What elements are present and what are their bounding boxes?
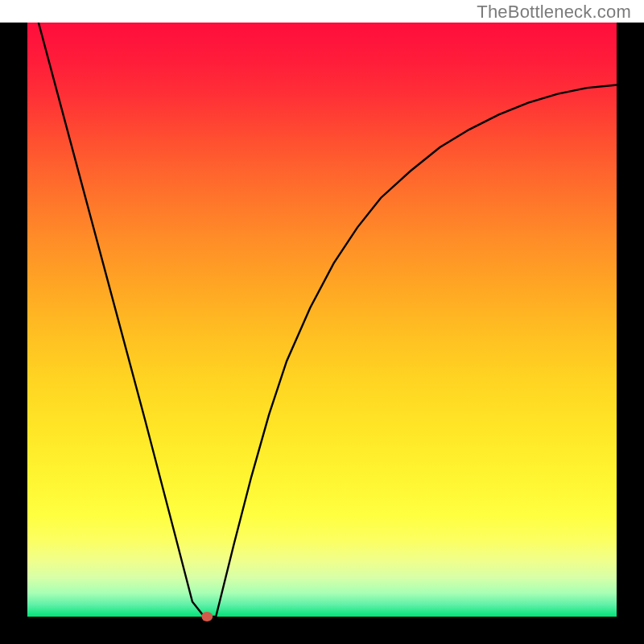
bottleneck-chart xyxy=(0,0,644,644)
plot-background xyxy=(27,23,617,617)
attribution-label: TheBottleneck.com xyxy=(477,2,631,23)
optimal-point-marker xyxy=(201,612,213,621)
chart-container: TheBottleneck.com xyxy=(0,0,644,644)
